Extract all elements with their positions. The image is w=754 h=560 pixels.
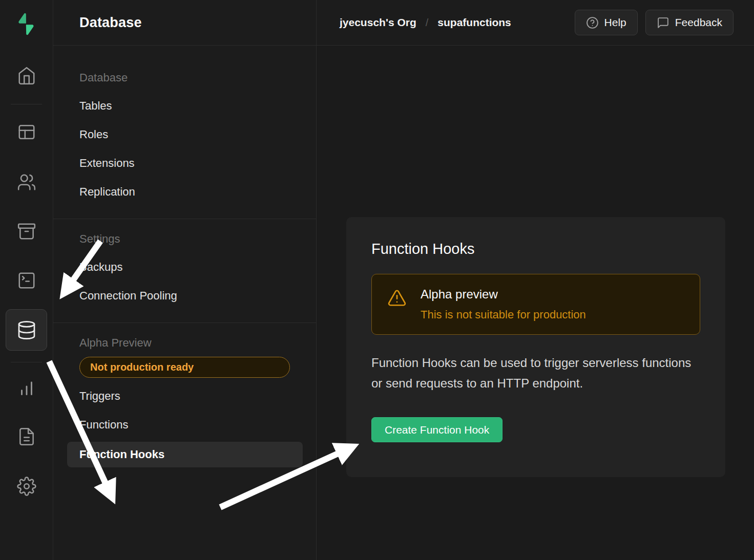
nav-database-button[interactable] (6, 309, 47, 351)
sidebar-item-tables[interactable]: Tables (67, 92, 303, 120)
speech-bubble-icon (657, 16, 669, 29)
help-button[interactable]: Help (575, 10, 638, 35)
icon-rail (0, 0, 53, 560)
home-icon (17, 66, 36, 85)
help-circle-icon (586, 16, 599, 29)
supabase-logo-icon (14, 12, 38, 36)
rail-divider (11, 104, 42, 104)
nav-table-editor-button[interactable] (0, 120, 53, 144)
database-icon (16, 320, 37, 340)
alert-title: Alpha preview (421, 287, 586, 301)
feedback-button-label: Feedback (675, 16, 722, 29)
nav-reports-button[interactable] (0, 376, 53, 400)
card-title: Function Hooks (371, 241, 700, 257)
sidebar-item-replication[interactable]: Replication (67, 178, 303, 206)
nav-sql-editor-button[interactable] (0, 268, 53, 293)
nav-group-label-settings: Settings (67, 232, 303, 246)
supabase-logo[interactable] (13, 11, 39, 37)
breadcrumb-separator: / (426, 17, 429, 29)
sidebar-nav: Database Tables Roles Extensions Replica… (53, 46, 316, 467)
rail-divider (11, 362, 42, 362)
nav-logs-button[interactable] (0, 424, 53, 449)
create-function-hook-button[interactable]: Create Function Hook (371, 417, 502, 442)
sidebar-item-backups[interactable]: Backups (67, 253, 303, 282)
bar-chart-icon (17, 378, 36, 398)
nav-auth-button[interactable] (0, 170, 53, 195)
sidebar-item-triggers[interactable]: Triggers (67, 382, 303, 411)
nav-group-label-alpha-preview: Alpha Preview (67, 336, 303, 350)
main-content: Function Hooks Alpha preview This is not… (317, 46, 754, 560)
archive-icon (17, 222, 36, 241)
sidebar-title: Database (79, 15, 142, 31)
file-icon (17, 427, 36, 446)
sidebar-divider (53, 322, 316, 323)
sidebar-item-function-hooks[interactable]: Function Hooks (67, 442, 303, 467)
alpha-preview-alert: Alpha preview This is not suitable for p… (371, 274, 700, 335)
table-icon (17, 122, 36, 142)
sidebar-item-functions[interactable]: Functions (67, 411, 303, 439)
function-hooks-card: Function Hooks Alpha preview This is not… (346, 217, 725, 477)
breadcrumb: jyecusch's Org / supafunctions (340, 16, 511, 29)
breadcrumb-project[interactable]: supafunctions (437, 16, 511, 29)
header-actions: Help Feedback (575, 10, 734, 35)
not-production-ready-badge: Not production ready (79, 357, 290, 378)
sidebar-item-extensions[interactable]: Extensions (67, 149, 303, 178)
help-button-label: Help (604, 16, 626, 29)
nav-group-label-database: Database (67, 71, 303, 84)
sidebar-divider (53, 219, 316, 219)
card-description: Function Hooks can be used to trigger se… (371, 353, 695, 394)
terminal-icon (17, 271, 36, 290)
nav-home-button[interactable] (0, 63, 53, 88)
sidebar-header: Database (53, 0, 316, 46)
feedback-button[interactable]: Feedback (645, 10, 734, 35)
sidebar-item-connection-pooling[interactable]: Connection Pooling (67, 282, 303, 310)
gear-icon (17, 477, 36, 496)
top-bar: jyecusch's Org / supafunctions Help Feed… (317, 0, 754, 46)
sidebar-item-roles[interactable]: Roles (67, 120, 303, 149)
alert-message: This is not suitable for production (421, 308, 586, 321)
alert-text: Alpha preview This is not suitable for p… (421, 287, 586, 321)
breadcrumb-org[interactable]: jyecusch's Org (340, 16, 416, 29)
nav-storage-button[interactable] (0, 219, 53, 244)
warning-triangle-icon (387, 288, 407, 308)
users-icon (17, 173, 36, 192)
nav-settings-button[interactable] (0, 474, 53, 499)
database-sidebar: Database Database Tables Roles Extension… (53, 0, 317, 560)
